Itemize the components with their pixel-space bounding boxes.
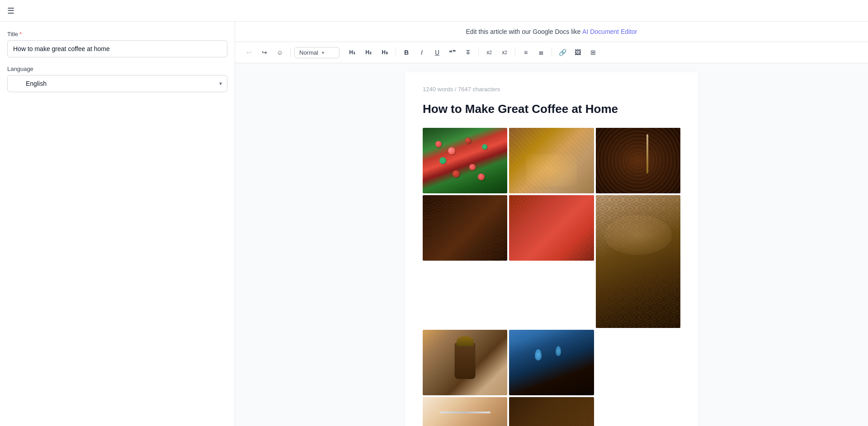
style-dropdown-chevron: ▾ [322, 50, 324, 55]
main-layout: Title * Language 🇺🇸 English Spanish Fren… [0, 22, 868, 426]
title-label: Title * [7, 31, 227, 37]
ai-document-editor-link[interactable]: AI Document Editor [582, 28, 637, 35]
strikethrough-button[interactable]: T̶ [461, 46, 475, 59]
bold-button[interactable]: B [400, 46, 413, 59]
top-bar: ☰ [0, 0, 868, 22]
language-select-wrapper: 🇺🇸 English Spanish French German Italian… [7, 75, 227, 92]
title-required-indicator: * [19, 31, 22, 37]
editor-toolbar: ↩ ↪ ☺ Normal ▾ H₁ H₂ H₃ B I U ❝❞ T̶ x2 x… [235, 42, 868, 63]
h3-button[interactable]: H₃ [377, 46, 392, 59]
toolbar-divider-5 [552, 48, 552, 57]
language-select[interactable]: English Spanish French German Italian [7, 75, 227, 92]
left-panel: Title * Language 🇺🇸 English Spanish Fren… [0, 22, 235, 426]
coffee-spoon-img [423, 397, 507, 426]
numbered-list-button[interactable]: ≣ [534, 46, 548, 59]
coffee-placeholder2-img [509, 397, 594, 426]
style-dropdown[interactable]: Normal ▾ [294, 47, 340, 58]
language-label: Language [7, 66, 227, 72]
editor-body[interactable]: 1240 words / 7647 characters How to Make… [235, 63, 868, 426]
coffee-image-grid [423, 128, 680, 193]
coffee-image-grid-row4 [423, 397, 680, 426]
coffee-image-berries [423, 128, 507, 193]
coffee-image-spoon [423, 397, 507, 426]
coffee-grinder-img [423, 330, 507, 395]
h2-button[interactable]: H₂ [361, 46, 376, 59]
coffee-image-pour [509, 330, 594, 395]
bullet-list-button[interactable]: ≡ [519, 46, 533, 59]
coffee-pour-img [509, 330, 594, 395]
image-button[interactable]: 🖼 [571, 46, 585, 59]
coffee-image-green-beans [509, 128, 594, 193]
menu-icon[interactable]: ☰ [7, 6, 14, 16]
banner-text: Edit this article with our Google Docs l… [466, 28, 581, 35]
coffee-red-beans-img [509, 195, 594, 261]
toolbar-divider-4 [515, 48, 515, 57]
toolbar-divider-2 [396, 48, 396, 57]
style-dropdown-label: Normal [299, 49, 318, 56]
coffee-berries-img [423, 128, 507, 193]
coffee-roaster-img [596, 128, 680, 193]
coffee-image-grid-row3 [423, 330, 680, 395]
title-label-text: Title [7, 31, 18, 37]
toolbar-divider-3 [478, 48, 479, 57]
redo-button[interactable]: ↪ [258, 46, 271, 59]
word-count: 1240 words / 7647 characters [423, 86, 680, 93]
undo-button[interactable]: ↩ [242, 46, 256, 59]
coffee-image-grid-row2 [423, 195, 680, 328]
emoji-button[interactable]: ☺ [273, 46, 287, 59]
coffee-image-placeholder2 [509, 397, 594, 426]
quote-button[interactable]: ❝❞ [446, 46, 459, 59]
subscript-button[interactable]: x2 [482, 46, 496, 59]
coffee-image-red-beans [509, 195, 594, 261]
coffee-image-roaster [596, 128, 680, 193]
superscript-button[interactable]: x2 [498, 46, 511, 59]
coffee-image-dark-beans [423, 195, 507, 261]
coffee-green-beans-img [509, 128, 594, 193]
title-input[interactable] [7, 40, 227, 57]
editor-banner: Edit this article with our Google Docs l… [235, 22, 868, 42]
table-button[interactable]: ⊞ [586, 46, 600, 59]
h1-button[interactable]: H₁ [345, 46, 359, 59]
coffee-portafilter-img [596, 195, 680, 328]
editor-content: 1240 words / 7647 characters How to Make… [405, 72, 698, 426]
italic-button[interactable]: I [415, 46, 429, 59]
link-button[interactable]: 🔗 [556, 46, 569, 59]
underline-button[interactable]: U [430, 46, 444, 59]
article-title: How to Make Great Coffee at Home [423, 102, 680, 117]
toolbar-divider-1 [290, 48, 291, 57]
coffee-image-portafilter [596, 195, 680, 328]
right-panel: Edit this article with our Google Docs l… [235, 22, 868, 426]
coffee-dark-beans-img [423, 195, 507, 261]
coffee-image-grinder [423, 330, 507, 395]
